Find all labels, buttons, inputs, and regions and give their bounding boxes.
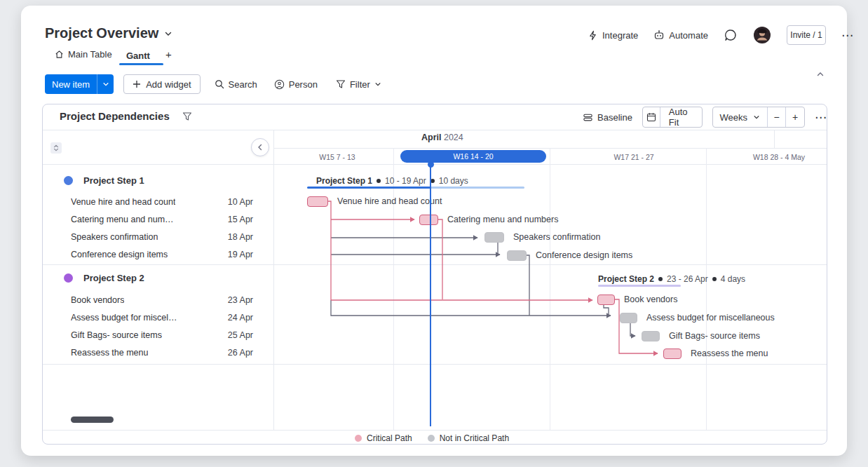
gantt-bar[interactable] [484, 232, 504, 243]
group-summary-bar-remaining[interactable] [430, 187, 524, 189]
item-date: 19 Apr [228, 250, 253, 259]
search-button[interactable]: Search [215, 79, 257, 90]
avatar[interactable] [753, 26, 771, 44]
group-color-dot [64, 176, 73, 185]
person-icon [274, 79, 285, 90]
item-name: Gift Bags- source items [71, 330, 162, 340]
item-date: 10 Apr [228, 197, 253, 207]
widget-header-right: Baseline Auto Fit Weeks − + ⋯ [583, 107, 827, 128]
chat-bubble-icon[interactable] [724, 28, 738, 42]
item-row[interactable]: Gift Bags- source items 25 Apr [71, 330, 253, 340]
zoom-level-dropdown[interactable]: Weeks [713, 107, 768, 127]
week-label[interactable]: W18 28 - 4 May [709, 153, 849, 161]
item-date: 15 Apr [228, 215, 253, 224]
item-row[interactable]: Venue hire and head count 10 Apr [71, 197, 253, 207]
gridline [550, 148, 550, 430]
chevron-down-icon [374, 81, 381, 88]
automate-button[interactable]: Automate [653, 29, 708, 41]
gantt-bar-critical[interactable] [419, 215, 438, 225]
active-week-pill[interactable]: W16 14 - 20 [400, 150, 546, 163]
gantt-widget: Project Dependencies Baseline Auto Fit [42, 104, 827, 445]
invite-label: Invite / 1 [790, 30, 822, 40]
group-name: Project Step 2 [83, 273, 144, 283]
horizontal-scrollbar-thumb[interactable] [71, 417, 114, 423]
add-tab-button[interactable]: + [165, 48, 172, 60]
legend-non-critical: Not in Critical Path [428, 433, 509, 443]
new-item-split-button: New item [45, 74, 114, 94]
person-filter-button[interactable]: Person [274, 79, 318, 90]
bullet-separator [712, 277, 717, 281]
item-date: 25 Apr [228, 330, 253, 340]
integrate-zap-icon [588, 30, 598, 41]
new-item-dropdown-button[interactable] [97, 74, 114, 94]
collapse-rows-button[interactable] [50, 142, 62, 154]
group-summary-bar-done[interactable] [307, 187, 430, 189]
critical-path-dot [355, 435, 362, 442]
gantt-bar-critical[interactable] [307, 196, 328, 207]
plus-icon [133, 80, 141, 88]
widget-header-left: Project Dependencies [60, 110, 192, 122]
tab-label: Gantt [126, 50, 150, 61]
add-widget-label: Add widget [146, 79, 191, 90]
zoom-out-button[interactable]: − [768, 107, 786, 127]
robot-icon [653, 29, 665, 41]
item-row[interactable]: Book vendors 23 Apr [71, 295, 253, 305]
filter-button[interactable]: Filter [336, 79, 381, 90]
summary-group-name: Project Step 1 [316, 176, 372, 186]
item-row[interactable]: Reassess the menu 26 Apr [71, 348, 253, 358]
widget-more-button[interactable]: ⋯ [815, 110, 827, 125]
header-more-button[interactable]: ⋯ [841, 28, 854, 43]
group-header-row[interactable]: Project Step 2 [64, 273, 144, 283]
zoom-in-button[interactable]: + [786, 107, 804, 127]
legend-critical-label: Critical Path [367, 433, 412, 443]
gantt-bar-critical[interactable] [597, 295, 615, 305]
month-boundary-line [774, 130, 775, 148]
chevron-down-icon [753, 114, 760, 121]
item-name: Speakers confirmation [71, 232, 158, 242]
group-separator [43, 264, 827, 265]
widget-funnel-icon[interactable] [182, 111, 192, 121]
home-icon [55, 50, 64, 59]
item-row[interactable]: Speakers confirmation 18 Apr [71, 232, 253, 242]
item-name: Venue hire and head count [71, 197, 175, 207]
auto-fit-button[interactable]: Auto Fit [660, 107, 702, 128]
baseline-button[interactable]: Baseline [583, 112, 632, 123]
bar-label: Venue hire and head count [337, 196, 442, 206]
search-icon [215, 79, 224, 89]
item-date: 18 Apr [228, 232, 253, 242]
item-name: Conference design items [71, 250, 168, 259]
collapse-toolbar-chevron-up[interactable] [812, 66, 829, 83]
header-actions: Integrate Automate Invite / 1 ⋯ [588, 25, 854, 45]
item-row[interactable]: Catering menu and numbers 15 Apr [71, 215, 253, 224]
week-label[interactable]: W15 7 - 13 [281, 153, 393, 161]
summary-dates: 10 - 19 Apr [385, 176, 426, 186]
board-toolbar: New item Add widget Search [45, 74, 381, 94]
item-row[interactable]: Assess budget for miscellaneous 24 Apr [71, 313, 253, 323]
gantt-bar[interactable] [507, 250, 527, 261]
tab-gantt[interactable]: Gantt [126, 49, 150, 62]
summary-duration: 4 days [721, 274, 745, 284]
new-item-button[interactable]: New item [45, 74, 97, 94]
bar-label: Assess budget for miscellaneous [646, 313, 775, 323]
add-widget-button[interactable]: Add widget [123, 74, 200, 94]
legend-critical: Critical Path [355, 433, 412, 443]
item-row[interactable]: Conference design items 19 Apr [71, 250, 253, 259]
group-header-row[interactable]: Project Step 1 [64, 175, 144, 186]
zoom-controls-group: Weeks − + [712, 107, 806, 128]
today-marker-dot[interactable] [428, 161, 434, 168]
bar-label: Conference design items [536, 250, 632, 260]
calendar-icon[interactable] [643, 107, 660, 127]
gantt-bar[interactable] [642, 331, 660, 341]
chevron-down-icon[interactable] [164, 29, 172, 38]
gantt-bar-critical[interactable] [663, 348, 681, 359]
legend-non-critical-label: Not in Critical Path [440, 433, 509, 443]
integrate-button[interactable]: Integrate [588, 30, 638, 41]
group-summary-bar[interactable] [598, 285, 681, 287]
tab-main-table[interactable]: Main Table [55, 49, 112, 60]
week-label[interactable]: W17 21 - 27 [564, 153, 704, 161]
invite-button[interactable]: Invite / 1 [787, 25, 826, 45]
gantt-bar[interactable] [620, 313, 637, 323]
summary-group-name: Project Step 2 [598, 274, 654, 284]
panel-chart-divider [273, 130, 274, 430]
collapse-panel-button[interactable] [251, 138, 269, 156]
